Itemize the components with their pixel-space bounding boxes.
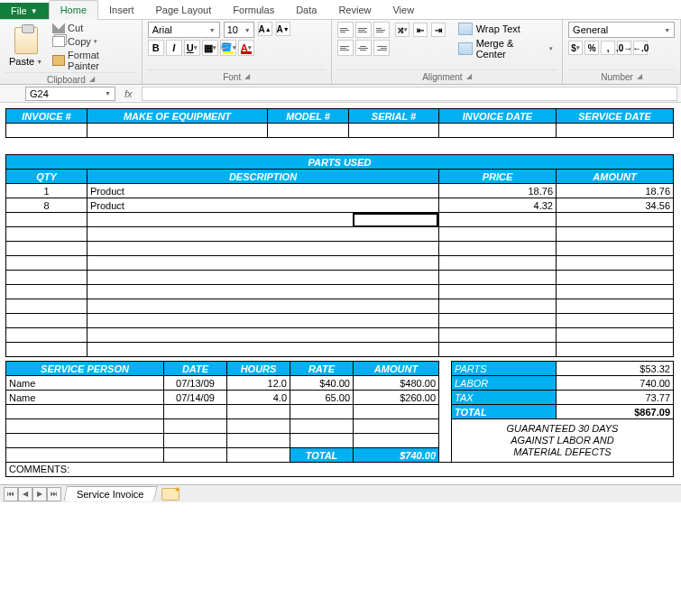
align-right-button[interactable]: [373, 40, 390, 56]
invoice-header-row[interactable]: [6, 124, 674, 138]
summary-tax-label[interactable]: TAX: [452, 391, 557, 405]
col-amount[interactable]: AMOUNT: [557, 170, 674, 184]
table-row[interactable]: [6, 328, 674, 343]
cell[interactable]: 07/14/09: [164, 391, 227, 405]
paste-button[interactable]: Paste▼: [5, 22, 46, 72]
table-row[interactable]: 1 Product 18.76 18.76: [6, 184, 674, 198]
cell[interactable]: 4.32: [439, 198, 557, 213]
col-desc[interactable]: DESCRIPTION: [87, 170, 439, 184]
service-total-value[interactable]: $740.00: [354, 448, 439, 463]
align-middle-button[interactable]: [355, 22, 372, 38]
table-row[interactable]: [6, 213, 674, 227]
sheet-nav-prev[interactable]: ◀: [18, 487, 32, 501]
table-row[interactable]: [6, 271, 674, 285]
decrease-indent-button[interactable]: ⇤: [413, 23, 428, 37]
col-serial[interactable]: SERIAL #: [349, 109, 439, 124]
cell[interactable]: Name: [6, 376, 164, 391]
dialog-launcher-icon[interactable]: ◢: [466, 72, 472, 82]
font-size-select[interactable]: 10▼: [224, 22, 254, 38]
increase-decimal-button[interactable]: .0→: [617, 41, 631, 55]
sheet-nav-first[interactable]: ⏮: [4, 487, 18, 501]
cut-button[interactable]: Cut: [50, 22, 136, 34]
cell[interactable]: 34.56: [557, 198, 674, 213]
wrap-text-button[interactable]: Wrap Text: [455, 22, 557, 36]
tab-formulas[interactable]: Formulas: [222, 1, 285, 19]
table-row[interactable]: Name 07/14/09 4.0 65.00 $260.00 TAX 73.7…: [6, 391, 674, 405]
align-top-button[interactable]: [337, 22, 354, 38]
service-total-label[interactable]: TOTAL: [290, 448, 354, 463]
cell[interactable]: Name: [6, 391, 164, 405]
dialog-launcher-icon[interactable]: ◢: [89, 75, 95, 85]
format-painter-button[interactable]: Format Painter: [50, 49, 136, 72]
fx-label[interactable]: fx: [119, 88, 138, 99]
new-sheet-button[interactable]: [161, 488, 179, 501]
tab-insert[interactable]: Insert: [98, 1, 145, 19]
italic-button[interactable]: I: [166, 40, 182, 56]
underline-button[interactable]: U▾: [184, 40, 200, 56]
tab-data[interactable]: Data: [285, 1, 327, 19]
dialog-launcher-icon[interactable]: ◢: [637, 72, 642, 82]
summary-parts-label[interactable]: PARTS: [452, 362, 557, 376]
col-service-person[interactable]: SERVICE PERSON: [6, 362, 164, 376]
sheet-nav-next[interactable]: ▶: [32, 487, 47, 501]
table-row[interactable]: [6, 227, 674, 242]
number-format-select[interactable]: General▼: [568, 22, 675, 38]
table-row[interactable]: [6, 299, 674, 314]
border-button[interactable]: ▦▾: [202, 40, 218, 56]
summary-labor-value[interactable]: 740.00: [557, 376, 674, 391]
summary-tax-value[interactable]: 73.77: [557, 391, 674, 405]
align-left-button[interactable]: [337, 40, 354, 56]
col-hours[interactable]: HOURS: [227, 362, 290, 376]
col-invoice-date[interactable]: INVOICE DATE: [439, 109, 557, 124]
increase-indent-button[interactable]: ⇥: [431, 23, 446, 37]
font-name-select[interactable]: Arial▼: [148, 22, 220, 38]
col-make[interactable]: MAKE OF EQUIPMENT: [87, 109, 268, 124]
worksheet[interactable]: INVOICE # MAKE OF EQUIPMENT MODEL # SERI…: [0, 103, 681, 477]
name-box[interactable]: G24▼: [25, 87, 115, 101]
col-service-date[interactable]: SERVICE DATE: [557, 109, 674, 124]
merge-center-button[interactable]: Merge & Center▾: [455, 37, 557, 60]
parts-title[interactable]: PARTS USED: [6, 155, 674, 170]
cell[interactable]: 18.76: [557, 184, 674, 198]
dialog-launcher-icon[interactable]: ◢: [244, 72, 250, 82]
cell[interactable]: 18.76: [439, 184, 557, 198]
col-price[interactable]: PRICE: [439, 170, 557, 184]
font-color-button[interactable]: A▾: [238, 40, 254, 56]
cell[interactable]: 65.00: [290, 391, 354, 405]
comments-cell[interactable]: COMMENTS:: [6, 463, 674, 477]
table-row[interactable]: [6, 314, 674, 328]
tab-page-layout[interactable]: Page Layout: [145, 1, 223, 19]
cell[interactable]: Product: [87, 198, 439, 213]
col-qty[interactable]: QTY: [6, 170, 87, 184]
tab-home[interactable]: Home: [49, 0, 98, 20]
summary-total-value[interactable]: $867.09: [557, 405, 674, 419]
table-row[interactable]: [6, 343, 674, 357]
cell[interactable]: 8: [6, 198, 87, 213]
col-service-amount[interactable]: AMOUNT: [354, 362, 439, 376]
cell[interactable]: 4.0: [227, 391, 290, 405]
table-row[interactable]: [6, 256, 674, 271]
sheet-tab-service-invoice[interactable]: Service Invoice: [63, 486, 157, 501]
cell[interactable]: $260.00: [354, 391, 439, 405]
formula-input[interactable]: [142, 87, 677, 101]
cell[interactable]: $480.00: [354, 376, 439, 391]
decrease-decimal-button[interactable]: ←.0: [633, 41, 648, 55]
comma-format-button[interactable]: ,: [601, 41, 615, 55]
align-center-button[interactable]: [355, 40, 372, 56]
cell[interactable]: Product: [87, 184, 439, 198]
fill-color-button[interactable]: 🪣▾: [220, 40, 236, 56]
summary-total-label[interactable]: TOTAL: [452, 405, 557, 419]
orientation-button[interactable]: ⤭▾: [395, 23, 410, 37]
cell[interactable]: 12.0: [227, 376, 290, 391]
col-date[interactable]: DATE: [164, 362, 227, 376]
copy-button[interactable]: Copy▾: [50, 35, 136, 48]
tab-view[interactable]: View: [382, 1, 425, 19]
table-row[interactable]: 8 Product 4.32 34.56: [6, 198, 674, 213]
table-row[interactable]: [6, 242, 674, 256]
cell[interactable]: 07/13/09: [164, 376, 227, 391]
table-row[interactable]: GUARANTEED 30 DAYS AGAINST LABOR AND MAT…: [6, 419, 674, 434]
decrease-font-button[interactable]: A▼: [276, 22, 290, 36]
increase-font-button[interactable]: A▲: [258, 22, 272, 36]
selected-cell[interactable]: [353, 213, 438, 227]
col-invoice-num[interactable]: INVOICE #: [6, 109, 87, 124]
